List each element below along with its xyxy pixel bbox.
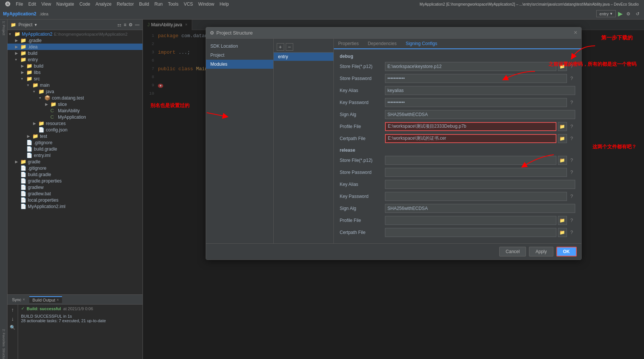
settings-panel-icon[interactable]: ⚙ <box>129 22 133 27</box>
tree-item-gradle[interactable]: ▶📁.gradle <box>8 37 142 44</box>
debug-key-password-help[interactable]: ? <box>568 99 575 106</box>
release-profile-file-help[interactable]: ? <box>568 217 575 224</box>
debug-certpath-browse[interactable]: 📁 <box>558 134 567 143</box>
release-store-password-input[interactable] <box>385 168 567 177</box>
menu-run[interactable]: Run <box>152 1 165 8</box>
tree-item-main[interactable]: ▾📁main <box>8 82 142 88</box>
tree-item-build-gradle-root[interactable]: 📄build.gradle <box>8 171 142 178</box>
menu-vcs[interactable]: VCS <box>182 1 195 8</box>
tree-item-idea[interactable]: ▶📁.idea <box>8 44 142 50</box>
tree-item-java[interactable]: ▾📁java <box>8 88 142 95</box>
run-config-selector[interactable]: entry ▾ <box>596 10 616 17</box>
dialog-nav-project[interactable]: Project <box>206 51 273 60</box>
tree-item-slice[interactable]: ▶📁slice <box>8 101 142 107</box>
tree-item-gradle-properties[interactable]: 📄gradle.properties <box>8 178 142 184</box>
run-button[interactable]: ▶ <box>618 10 623 17</box>
tree-item-gradlew[interactable]: 📄gradlew <box>8 184 142 190</box>
release-sign-alg-input[interactable] <box>385 204 575 213</box>
favorites-side-label[interactable]: Structure <box>2 348 6 359</box>
menu-analyze[interactable]: Analyze <box>93 1 114 8</box>
tree-item-local-properties[interactable]: 📄local.properties <box>8 197 142 203</box>
tree-item-myapp-iml[interactable]: 📄MyApplication2.iml <box>8 203 142 210</box>
settings-button[interactable]: ⚙ <box>625 11 632 17</box>
tree-item-mainability[interactable]: CMainAbility <box>8 107 142 114</box>
build-scroll-down[interactable]: ↓ <box>8 315 17 323</box>
tree-item-entry-build[interactable]: ▶📁build <box>8 63 142 69</box>
release-store-file-input[interactable] <box>385 156 556 165</box>
dialog-nav-sdk[interactable]: SDK Location <box>206 42 273 51</box>
tree-item-src[interactable]: ▾📁src <box>8 75 142 82</box>
release-certpath-input[interactable] <box>385 228 556 237</box>
module-list-item-entry[interactable]: entry <box>274 53 333 61</box>
debug-store-file-help[interactable]: ? <box>568 63 575 70</box>
release-store-file-browse[interactable]: 📁 <box>558 156 567 165</box>
debug-key-password-input[interactable] <box>385 98 567 107</box>
tree-item-build-gradle-entry[interactable]: 📄build.gradle <box>8 146 142 152</box>
release-store-file-help[interactable]: ? <box>568 157 575 164</box>
cancel-button[interactable]: Cancel <box>499 247 526 256</box>
debug-key-alias-input[interactable] <box>385 86 575 95</box>
debug-store-file-browse[interactable]: 📁 <box>558 62 567 71</box>
menu-refactor[interactable]: Refactor <box>115 1 136 8</box>
debug-profile-file-browse[interactable]: 📁 <box>558 122 567 131</box>
debug-store-file-input[interactable] <box>385 62 556 71</box>
menu-view[interactable]: View <box>39 1 53 8</box>
release-certpath-help[interactable]: ? <box>568 229 575 236</box>
tab-signing-configs[interactable]: Signing Configs <box>404 39 439 49</box>
tree-item-entry-iml[interactable]: 📄entry.iml <box>8 152 142 158</box>
release-key-password-help[interactable]: ? <box>568 193 575 200</box>
ok-button[interactable]: OK <box>556 247 577 256</box>
sync-close-btn[interactable]: × <box>23 297 25 302</box>
menu-tools[interactable]: Tools <box>166 1 181 8</box>
dialog-close-button[interactable]: × <box>574 29 577 36</box>
tree-item-myapplication[interactable]: CMyApplication <box>8 114 142 120</box>
menu-code[interactable]: Code <box>77 1 92 8</box>
debug-sign-alg-input[interactable] <box>385 110 575 119</box>
menu-window[interactable]: Window <box>196 1 217 8</box>
collapse-icon[interactable]: ≡ <box>124 22 126 27</box>
project-side-label[interactable]: 1: Project <box>2 21 6 35</box>
release-profile-file-input[interactable] <box>385 216 556 225</box>
debug-certpath-input[interactable] <box>385 134 556 143</box>
debug-profile-file-help[interactable]: ? <box>568 123 575 130</box>
refresh-button[interactable]: ↺ <box>634 11 641 17</box>
tree-item-config[interactable]: 📄config.json <box>8 127 142 133</box>
menu-edit[interactable]: Edit <box>26 1 38 8</box>
tab-dependencies[interactable]: Dependencies <box>366 39 398 48</box>
debug-certpath-help[interactable]: ? <box>568 135 575 142</box>
menu-file[interactable]: File <box>14 1 25 8</box>
close-panel-icon[interactable]: — <box>135 22 139 27</box>
debug-profile-file-input[interactable] <box>385 122 556 131</box>
sync-tab[interactable]: Sync × <box>9 297 28 303</box>
menu-help[interactable]: Help <box>217 1 231 8</box>
build-scroll-up[interactable]: ↑ <box>8 306 17 314</box>
release-key-alias-input[interactable] <box>385 180 575 189</box>
menu-navigate[interactable]: Navigate <box>54 1 76 8</box>
tree-item-package[interactable]: ▾📦com.datang.test <box>8 95 142 101</box>
tree-item-gradlew-bat[interactable]: 📄gradlew.bat <box>8 190 142 197</box>
tree-item-gradle-folder[interactable]: ▶📁gradle <box>8 158 142 165</box>
add-module-button[interactable]: + <box>277 43 284 51</box>
release-key-password-input[interactable] <box>385 192 567 201</box>
tree-item-entry[interactable]: ▾📁entry <box>8 56 142 63</box>
tab-properties[interactable]: Properties <box>337 39 361 48</box>
tree-item-resources[interactable]: ▶📁resources <box>8 120 142 127</box>
apply-button[interactable]: Apply <box>529 247 553 256</box>
debug-store-password-help[interactable]: ? <box>568 75 575 82</box>
build-filter[interactable]: 🔍 <box>8 324 17 331</box>
tree-item-build[interactable]: ▶📁build <box>8 50 142 56</box>
remove-module-button[interactable]: − <box>286 43 293 51</box>
release-profile-file-browse[interactable]: 📁 <box>558 216 567 225</box>
tree-root[interactable]: ▾ 📁 MyApplication2 E:\hongmengworkspace\… <box>8 31 142 37</box>
build-output-tab[interactable]: Build Output × <box>29 296 62 303</box>
sync-icon[interactable]: ⚏ <box>117 22 121 27</box>
tree-item-test[interactable]: ▶📁test <box>8 133 142 139</box>
build-output-close-btn[interactable]: × <box>57 298 59 302</box>
release-certpath-browse[interactable]: 📁 <box>558 228 567 237</box>
tree-item-entry-libs[interactable]: ▶📁libs <box>8 69 142 75</box>
menu-build[interactable]: Build <box>137 1 152 8</box>
tree-item-gitignore-root[interactable]: 📄.gitignore <box>8 165 142 171</box>
release-store-password-help[interactable]: ? <box>568 169 575 176</box>
structure-side-label[interactable]: 2: Favorites <box>2 329 6 347</box>
tree-item-gitignore-entry[interactable]: 📄.gitignore <box>8 139 142 146</box>
